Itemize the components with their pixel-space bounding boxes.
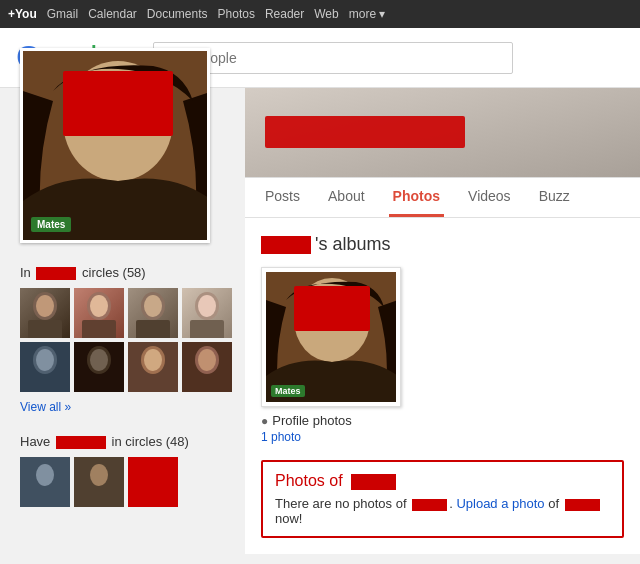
nav-reader[interactable]: Reader bbox=[265, 7, 304, 21]
name-redacted-circles bbox=[36, 267, 76, 280]
circle-avatar[interactable] bbox=[182, 342, 232, 392]
circle-avatar[interactable] bbox=[74, 342, 124, 392]
name-redacted-text1 bbox=[412, 499, 447, 511]
upload-photo-link[interactable]: Upload a photo bbox=[456, 496, 544, 511]
svg-rect-36 bbox=[294, 286, 370, 331]
nav-photos[interactable]: Photos bbox=[218, 7, 255, 21]
photos-of-title: Photos of bbox=[275, 472, 610, 490]
album-count[interactable]: 1 photo bbox=[261, 430, 401, 444]
albums-title: 's albums bbox=[261, 234, 624, 255]
nav-web[interactable]: Web bbox=[314, 7, 338, 21]
svg-point-5 bbox=[36, 295, 54, 317]
tab-videos[interactable]: Videos bbox=[464, 178, 515, 217]
svg-rect-10 bbox=[136, 320, 170, 338]
top-nav-bar: +You Gmail Calendar Documents Photos Rea… bbox=[0, 0, 640, 28]
circle-avatar[interactable] bbox=[128, 342, 178, 392]
nav-documents[interactable]: Documents bbox=[147, 7, 208, 21]
svg-rect-13 bbox=[190, 320, 224, 338]
photos-content: 's albums bbox=[245, 218, 640, 554]
svg-point-20 bbox=[90, 349, 108, 371]
have-circle-avatar[interactable] bbox=[20, 457, 70, 507]
circles-title: In circles (58) bbox=[20, 265, 225, 280]
tab-about[interactable]: About bbox=[324, 178, 369, 217]
svg-rect-7 bbox=[82, 320, 116, 338]
profile-photo: Mates bbox=[20, 48, 210, 243]
album-label: ● Profile photos bbox=[261, 413, 401, 428]
left-sidebar: Mates In circles (58) bbox=[0, 88, 245, 554]
name-redacted-text2 bbox=[565, 499, 600, 511]
globe-icon: ● bbox=[261, 414, 268, 428]
album-item[interactable]: Mates ● Profile photos 1 photo bbox=[261, 267, 401, 444]
svg-point-28 bbox=[36, 464, 54, 486]
tabs-nav: Posts About Photos Videos Buzz bbox=[245, 178, 640, 218]
circles-grid bbox=[20, 288, 225, 392]
svg-rect-31 bbox=[128, 457, 178, 507]
profile-cover-header bbox=[245, 88, 640, 178]
svg-point-8 bbox=[90, 295, 108, 317]
circle-avatar[interactable] bbox=[182, 288, 232, 338]
circle-avatar[interactable] bbox=[128, 288, 178, 338]
circles-section: In circles (58) bbox=[0, 253, 245, 426]
svg-point-23 bbox=[144, 349, 162, 371]
right-content: Posts About Photos Videos Buzz 's albums bbox=[245, 88, 640, 554]
nav-gmail[interactable]: Gmail bbox=[47, 7, 78, 21]
nav-calendar[interactable]: Calendar bbox=[88, 7, 137, 21]
svg-rect-4 bbox=[28, 320, 62, 338]
name-redacted-albums bbox=[261, 236, 311, 254]
name-redacted-photos-of bbox=[351, 474, 396, 490]
circle-avatar[interactable] bbox=[20, 288, 70, 338]
svg-point-17 bbox=[36, 349, 54, 371]
svg-rect-2 bbox=[63, 71, 173, 136]
tab-buzz[interactable]: Buzz bbox=[535, 178, 574, 217]
have-in-circles-section: Have in circles (48) bbox=[0, 426, 245, 515]
nav-you[interactable]: +You bbox=[8, 7, 37, 21]
have-circle-avatar[interactable] bbox=[74, 457, 124, 507]
view-all-link[interactable]: View all » bbox=[20, 400, 225, 414]
have-in-circles-title: Have in circles (48) bbox=[20, 434, 225, 449]
svg-point-26 bbox=[198, 349, 216, 371]
album-thumbnail[interactable]: Mates bbox=[261, 267, 401, 407]
tab-photos[interactable]: Photos bbox=[389, 178, 444, 217]
main-content: Mates In circles (58) bbox=[0, 88, 640, 554]
svg-point-11 bbox=[144, 295, 162, 317]
nav-more[interactable]: more ▾ bbox=[349, 7, 386, 21]
profile-name-redacted bbox=[265, 116, 465, 148]
name-redacted-have bbox=[56, 436, 106, 449]
have-in-circles-grid bbox=[20, 457, 225, 507]
photos-of-section: Photos of There are no photos of . Uploa… bbox=[261, 460, 624, 538]
svg-point-30 bbox=[90, 464, 108, 486]
have-circle-avatar[interactable] bbox=[128, 457, 178, 507]
tab-posts[interactable]: Posts bbox=[261, 178, 304, 217]
svg-point-14 bbox=[198, 295, 216, 317]
photos-of-text: There are no photos of . Upload a photo … bbox=[275, 496, 610, 526]
album-grid: Mates ● Profile photos 1 photo bbox=[261, 267, 624, 444]
circle-avatar[interactable] bbox=[74, 288, 124, 338]
circle-avatar[interactable] bbox=[20, 342, 70, 392]
